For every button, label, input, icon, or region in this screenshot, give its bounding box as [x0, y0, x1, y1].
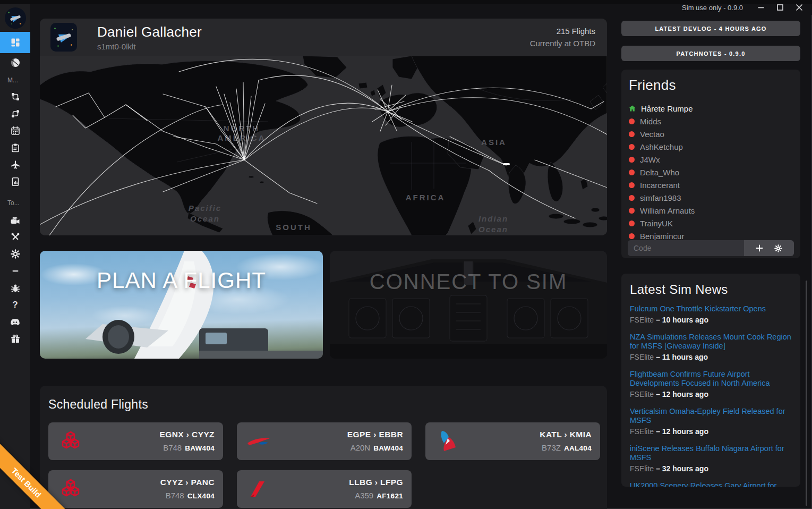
svg-text:Indian: Indian — [478, 214, 508, 223]
friend-row[interactable]: J4Wx — [629, 153, 793, 166]
scrollbar[interactable] — [806, 281, 807, 506]
offline-status-icon — [629, 118, 635, 124]
friend-row[interactable]: simfan1983 — [629, 191, 793, 204]
sidebar-section-main: M... — [0, 72, 30, 88]
offline-status-icon — [629, 220, 635, 226]
offline-status-icon — [629, 169, 635, 175]
news-item: UK2000 Scenery Releases Gary Airport for… — [630, 481, 792, 487]
latest-devlog-button[interactable]: LATEST DEVLOG - 4 HOURS AGO — [621, 21, 800, 36]
svg-text:Ocean: Ocean — [190, 214, 220, 223]
friends-list: Hårete Rumpe Midds Vectao — [629, 102, 793, 242]
connect-to-sim-card[interactable]: CONNECT TO SIM — [330, 251, 607, 359]
avatar — [50, 23, 77, 52]
news-source: FSElite — [630, 464, 654, 473]
flight-card[interactable]: LLBG › LFPG A359AF1621 — [237, 470, 412, 508]
add-friend-button[interactable] — [756, 244, 763, 252]
news-link[interactable]: Flightbeam Confirms Future Airport Devel… — [630, 370, 792, 388]
offline-status-icon — [629, 131, 635, 137]
flight-route: LLBG › LFPG — [349, 478, 403, 487]
news-item: NZA Simulations Releases Mount Cook Regi… — [630, 333, 792, 361]
plan-a-flight-card[interactable]: PLAN A FLIGHT — [40, 251, 323, 359]
news-timestamp: – 12 hours ago — [656, 390, 708, 398]
sidebar-item-map-globe[interactable] — [0, 53, 30, 72]
sidebar-item-bug-report[interactable] — [0, 279, 30, 296]
news-item: Verticalsim Omaha-Eppley Field Released … — [630, 407, 792, 436]
offline-status-icon — [629, 233, 635, 239]
svg-text:ASIA: ASIA — [481, 138, 507, 147]
profile-username: s1mt0-0lklt — [97, 42, 202, 51]
svg-text:Ocean: Ocean — [478, 225, 508, 234]
friend-row[interactable]: Hårete Rumpe — [629, 102, 793, 115]
app-logo — [5, 7, 26, 29]
news-item: Fulcrum One Throttle Kickstarter Opens F… — [630, 304, 792, 324]
airline-logo-icon — [58, 477, 86, 502]
app-window: { "window": { "title": "Sim use only - 0… — [0, 0, 812, 509]
flight-callsign: AF1621 — [377, 492, 403, 500]
friend-name: AshKetchup — [640, 142, 683, 151]
sidebar-item-dashboard[interactable] — [0, 32, 30, 53]
news-link[interactable]: iniScene Releases Buffalo Niagara Airpor… — [630, 444, 792, 462]
flight-card[interactable]: EGNX › CYYZ B748BAW404 — [48, 422, 223, 460]
maximize-icon[interactable] — [776, 3, 784, 12]
patchnotes-button[interactable]: PATCHNOTES - 0.9.0 — [621, 46, 800, 61]
scheduled-flights-title: Scheduled Flights — [48, 397, 599, 412]
sidebar-item-discord[interactable] — [0, 313, 30, 330]
friend-row[interactable]: Incarcerant — [629, 179, 793, 191]
flight-route: EGNX › CYYZ — [160, 430, 215, 439]
flight-card[interactable]: KATL › KMIA B73ZAAL404 — [425, 422, 600, 460]
offline-status-icon — [629, 157, 635, 163]
sidebar-item-routes[interactable] — [0, 88, 30, 105]
news-link[interactable]: Fulcrum One Throttle Kickstarter Opens — [630, 304, 792, 313]
friends-panel: Friends Hårete Rumpe Midds — [621, 70, 800, 258]
friend-row[interactable]: TrainyUK — [629, 217, 793, 230]
friend-row[interactable]: AshKetchup — [629, 140, 793, 153]
profile-name: Daniel Gallacher — [97, 24, 202, 40]
offline-status-icon — [629, 195, 635, 201]
aircraft-type: A20N — [351, 443, 371, 452]
sidebar-item-minimize-tray[interactable] — [0, 262, 30, 279]
connect-to-sim-label: CONNECT TO SIM — [330, 270, 607, 294]
sidebar-item-logbook[interactable] — [0, 139, 30, 156]
close-icon[interactable] — [795, 3, 804, 12]
friend-code-input[interactable] — [628, 240, 744, 256]
airline-logo-icon — [246, 479, 274, 500]
friend-name: Midds — [640, 117, 661, 126]
friends-settings-button[interactable] — [774, 244, 782, 252]
news-link[interactable]: NZA Simulations Releases Mount Cook Regi… — [630, 333, 792, 351]
friend-row[interactable]: Vectao — [629, 128, 793, 140]
friend-name: Delta_Who — [640, 168, 679, 177]
friend-name: J4Wx — [640, 155, 660, 164]
flight-callsign: BAW404 — [373, 444, 403, 452]
news-link[interactable]: UK2000 Scenery Releases Gary Airport for… — [630, 481, 792, 487]
sidebar-item-settings[interactable] — [0, 245, 30, 262]
flight-card[interactable]: CYYZ › PANC B748CLX404 — [48, 470, 223, 508]
sidebar-item-help[interactable]: ? — [0, 296, 30, 313]
sidebar-item-calendar[interactable] — [0, 122, 30, 139]
friend-name: Vectao — [640, 130, 664, 139]
friend-row[interactable]: Delta_Who — [629, 166, 793, 179]
world-map[interactable]: NORTH AMERICA ASIA AFRICA SOUTH Pacific … — [40, 56, 607, 235]
friend-name: TrainyUK — [640, 219, 673, 228]
window-top-edge — [0, 0, 812, 4]
news-timestamp: – 10 hours ago — [656, 316, 708, 324]
sidebar-item-reports[interactable] — [0, 173, 30, 190]
news-link[interactable]: Verticalsim Omaha-Eppley Field Released … — [630, 407, 792, 425]
sidebar-item-utilities[interactable] — [0, 228, 30, 245]
minimize-icon[interactable] — [757, 3, 765, 12]
offline-status-icon — [629, 144, 635, 150]
sidebar-section-tools: To... — [0, 194, 30, 211]
scheduled-flights-grid: EGNX › CYYZ B748BAW404 — [48, 422, 599, 508]
sidebar-item-network[interactable] — [0, 105, 30, 122]
sidebar-item-flights[interactable] — [0, 156, 30, 173]
sidebar-item-donate-gift[interactable] — [0, 330, 30, 347]
flight-route: KATL › KMIA — [540, 430, 592, 439]
friend-name: simfan1983 — [640, 193, 681, 202]
svg-text:Pacific: Pacific — [189, 203, 221, 213]
friend-row[interactable]: William Arnauts — [629, 204, 793, 217]
friend-row[interactable]: Midds — [629, 115, 793, 128]
friend-name: William Arnauts — [640, 206, 695, 215]
sidebar-item-stream[interactable] — [0, 211, 30, 228]
airline-logo-icon — [58, 429, 86, 454]
flight-route: EGPE › EBBR — [347, 430, 403, 439]
flight-card[interactable]: EGPE › EBBR A20NBAW404 — [237, 422, 412, 460]
